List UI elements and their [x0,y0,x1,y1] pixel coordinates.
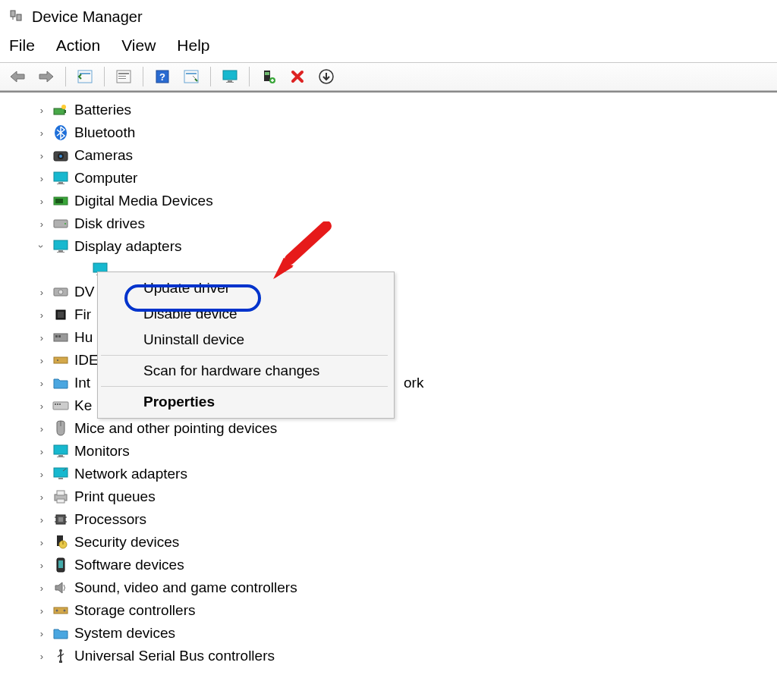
svg-rect-4 [78,71,92,83]
menu-view[interactable]: View [121,36,156,55]
chevron-right-icon[interactable]: › [36,605,47,616]
chevron-right-icon[interactable]: › [36,400,47,411]
chevron-right-icon[interactable]: › [36,423,47,434]
monitor-button[interactable] [217,65,243,88]
tree-item-system-devices[interactable]: › System devices [9,622,777,645]
tree-label: DV [74,284,94,300]
show-hide-console-button[interactable] [72,65,98,88]
tree-item-batteries[interactable]: › Batteries [9,99,777,121]
add-device-button[interactable] [256,65,282,88]
tree-item-processors[interactable]: › Processors [9,508,777,531]
chevron-right-icon[interactable]: › [36,218,47,229]
keyboard-icon [52,397,70,415]
chevron-right-icon[interactable]: › [36,150,47,161]
tree-item-disk-drives[interactable]: › Disk drives [9,212,777,235]
tree-label: Sound, video and game controllers [74,579,297,596]
tree-item-storage-controllers[interactable]: › Storage controllers [9,599,777,622]
tree-label: Display adapters [74,238,182,255]
forward-button[interactable] [33,65,59,88]
svg-rect-56 [58,455,63,457]
tree-label: Storage controllers [74,602,195,619]
tree-label: Int [74,375,90,391]
context-disable-device[interactable]: Disable device [99,301,392,327]
menu-file[interactable]: File [9,36,35,55]
chevron-right-icon[interactable]: › [36,582,47,593]
tree-label: Universal Serial Bus controllers [74,648,275,664]
tree-item-cameras[interactable]: › Cameras [9,144,777,167]
context-scan-hardware[interactable]: Scan for hardware changes [99,358,392,384]
menu-help[interactable]: Help [177,36,209,55]
chevron-right-icon[interactable]: › [36,514,47,525]
svg-rect-64 [58,517,63,522]
properties-button[interactable] [111,65,137,88]
svg-rect-36 [58,250,63,252]
context-menu: Update driver Disable device Uninstall d… [97,272,395,419]
chevron-right-icon[interactable]: › [36,196,47,206]
help-button[interactable]: ? [149,65,175,88]
svg-rect-7 [118,73,129,74]
chevron-right-icon[interactable]: › [36,309,47,320]
context-update-driver[interactable]: Update driver [99,275,392,301]
chevron-right-icon[interactable]: › [36,446,47,457]
chevron-right-icon[interactable]: › [36,127,47,138]
chevron-right-icon[interactable]: › [36,560,47,570]
tree-label: Cameras [74,147,133,164]
tree-label: Digital Media Devices [74,193,213,209]
chevron-right-icon[interactable]: › [36,105,47,115]
network-adapter-icon [52,465,70,483]
chevron-right-icon[interactable]: › [36,378,47,388]
tree-label: Mice and other pointing devices [74,420,277,437]
svg-rect-51 [55,403,56,405]
tree-label: IDE [74,352,99,369]
svg-rect-46 [55,335,58,337]
svg-rect-29 [58,182,63,184]
svg-rect-71 [62,541,64,545]
tree-item-sound[interactable]: › Sound, video and game controllers [9,576,777,599]
svg-rect-16 [226,82,234,83]
chevron-right-icon[interactable]: › [36,628,47,639]
chevron-right-icon[interactable]: › [36,491,47,502]
chevron-right-icon[interactable]: › [36,469,47,479]
svg-rect-61 [57,491,64,495]
chevron-down-icon[interactable]: › [36,241,47,252]
device-manager-app-icon [8,8,24,25]
chevron-right-icon[interactable]: › [36,355,47,366]
tree-item-usb-controllers[interactable]: › Universal Serial Bus controllers [9,645,777,667]
chevron-right-icon[interactable]: › [36,651,47,661]
svg-point-77 [59,649,62,652]
scan-hardware-button[interactable] [178,65,204,88]
chevron-right-icon[interactable]: › [36,537,47,548]
tree-item-security-devices[interactable]: › Security devices [9,531,777,554]
toolbar-separator [143,67,143,86]
mouse-icon [52,419,70,438]
tree-item-monitors[interactable]: › Monitors [9,440,777,463]
tree-item-network-adapters[interactable]: › Network adapters [9,463,777,485]
tree-item-display-adapters[interactable]: › Display adapters [9,235,777,258]
svg-point-49 [57,359,58,361]
tree-item-bluetooth[interactable]: › Bluetooth [9,121,777,144]
tree-item-computer[interactable]: › Computer [9,167,777,190]
context-properties[interactable]: Properties [99,389,392,415]
tree-label: Processors [74,511,146,528]
dvd-drive-icon [52,283,70,301]
svg-rect-13 [186,73,197,74]
chevron-right-icon[interactable]: › [36,332,47,343]
svg-rect-57 [57,457,64,457]
tree-item-software-devices[interactable]: › Software devices [9,554,777,576]
remove-device-button[interactable] [285,65,310,88]
back-button[interactable] [5,65,30,88]
install-driver-button[interactable] [313,65,339,88]
bluetooth-icon [52,124,70,142]
speaker-icon [52,579,70,597]
menu-action[interactable]: Action [56,36,100,55]
svg-rect-0 [11,11,15,17]
context-uninstall-device[interactable]: Uninstall device [99,327,392,353]
svg-rect-15 [228,80,232,82]
tree-item-print-queues[interactable]: › Print queues [9,485,777,508]
svg-rect-79 [59,661,62,663]
tree-item-mice[interactable]: › Mice and other pointing devices [9,417,777,440]
chevron-right-icon[interactable]: › [36,287,47,297]
chevron-right-icon[interactable]: › [36,173,47,184]
tree-item-digital-media[interactable]: › Digital Media Devices [9,190,777,212]
svg-point-75 [56,610,58,612]
